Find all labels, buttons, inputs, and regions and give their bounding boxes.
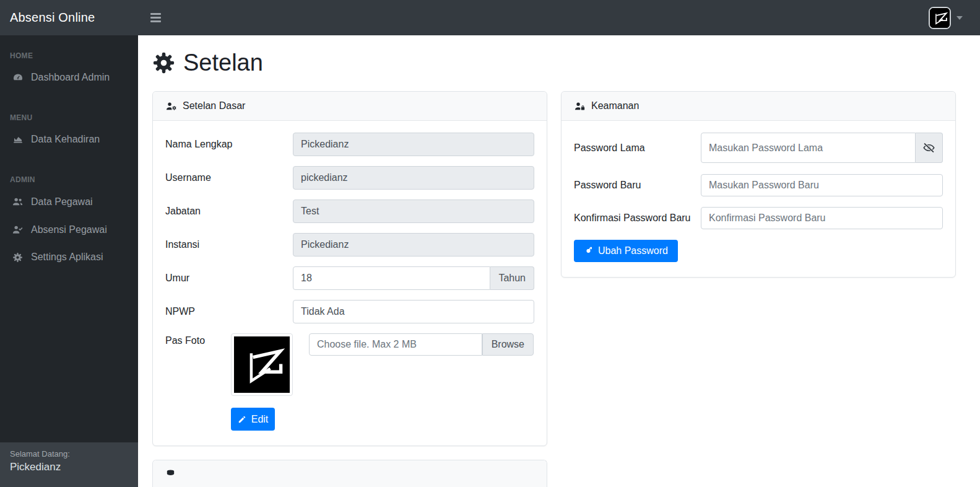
field-row-nama-lengkap: Nama Lengkap: [165, 133, 534, 156]
basic-settings-card: Setelan Dasar Nama Lengkap Username Jaba…: [152, 91, 547, 446]
field-row-jabatan: Jabatan: [165, 200, 534, 223]
instansi-field[interactable]: [293, 233, 534, 257]
field-label: Nama Lengkap: [165, 139, 293, 150]
sidebar-item-label: Settings Aplikasi: [31, 252, 103, 263]
caret-down-icon[interactable]: [956, 16, 963, 20]
sidebar: HOME Dashboard Admin MENU Data Kehadiran…: [0, 35, 138, 487]
sidebar-item-data-kehadiran[interactable]: Data Kehadiran: [0, 126, 138, 153]
password-lama-field[interactable]: [701, 133, 916, 163]
field-label: Pas Foto: [165, 333, 231, 346]
field-row-password-lama: Password Lama: [574, 133, 943, 163]
basic-settings-card-header: Setelan Dasar: [153, 92, 547, 121]
field-label: NPWP: [165, 306, 293, 317]
database-icon: [165, 469, 176, 480]
main-content: Setelan: [138, 35, 980, 487]
welcome-label: Selamat Datang:: [10, 449, 128, 458]
sidebar-footer: Selamat Datang: Pickedianz: [0, 442, 138, 487]
bars-icon: [150, 20, 161, 22]
user-check-icon: [10, 224, 25, 235]
logo-image: [234, 336, 290, 393]
field-label: Konfirmasi Password Baru: [574, 213, 701, 224]
tachometer-icon: [10, 72, 25, 83]
umur-field[interactable]: [293, 266, 490, 290]
sidebar-item-label: Data Pegawai: [31, 196, 93, 208]
sidebar-section-home: HOME: [0, 35, 138, 64]
submit-button-label: Ubah Password: [598, 245, 668, 257]
card-title: Keamanan: [591, 100, 639, 112]
jabatan-field[interactable]: [293, 200, 534, 223]
sidebar-item-dashboard-admin[interactable]: Dashboard Admin: [0, 64, 138, 91]
sidebar-item-label: Data Kehadiran: [31, 134, 100, 145]
pencil-icon: [238, 415, 246, 424]
page-header: Setelan: [152, 50, 966, 76]
file-upload-group: Choose file. Max 2 MB Browse: [309, 333, 534, 356]
navbar-user-menu[interactable]: [929, 7, 980, 29]
edit-photo-button[interactable]: Edit: [231, 408, 275, 431]
sidebar-toggle-button[interactable]: [144, 8, 167, 27]
sidebar-item-data-pegawai[interactable]: Data Pegawai: [0, 188, 138, 216]
sidebar-item-label: Dashboard Admin: [31, 72, 110, 83]
field-row-pas-foto: Pas Foto: [165, 333, 534, 431]
ubah-password-button[interactable]: Ubah Password: [574, 240, 678, 262]
user-avatar[interactable]: [929, 7, 951, 29]
password-baru-field[interactable]: [701, 174, 943, 196]
sidebar-item-settings-aplikasi[interactable]: Settings Aplikasi: [0, 244, 138, 271]
field-row-konfirmasi-password: Konfirmasi Password Baru: [574, 207, 943, 229]
partial-card-header: [153, 460, 547, 487]
field-row-instansi: Instansi: [165, 233, 534, 257]
partial-card: [152, 460, 547, 487]
key-icon: [584, 247, 593, 256]
security-card: Keamanan Password Lama: [561, 91, 956, 278]
field-row-umur: Umur Tahun: [165, 266, 534, 290]
users-icon: [10, 196, 25, 208]
sidebar-section-menu: MENU: [0, 107, 138, 126]
user-lock-icon: [574, 101, 586, 112]
sidebar-item-label: Absensi Pegawai: [31, 224, 107, 235]
page-title: Setelan: [183, 50, 263, 76]
field-label: Umur: [165, 273, 293, 284]
card-title: Setelan Dasar: [183, 100, 245, 112]
npwp-field[interactable]: [293, 300, 534, 323]
bars-icon: [150, 13, 161, 15]
welcome-username: Pickedianz: [10, 461, 128, 473]
edit-button-label: Edit: [251, 414, 269, 425]
field-label: Username: [165, 172, 293, 183]
toggle-password-visibility-button[interactable]: [916, 133, 943, 163]
app-brand[interactable]: Absensi Online: [0, 11, 138, 25]
cog-icon: [152, 51, 175, 74]
cog-icon: [10, 252, 25, 263]
field-label: Instansi: [165, 239, 293, 250]
username-field[interactable]: [293, 166, 534, 190]
pas-foto-thumbnail: [231, 333, 293, 396]
umur-unit-addon: Tahun: [490, 266, 534, 290]
chart-area-icon: [10, 134, 25, 145]
top-navbar: Absensi Online: [0, 0, 980, 35]
nama-lengkap-field[interactable]: [293, 133, 534, 156]
konfirmasi-password-field[interactable]: [701, 207, 943, 229]
logo-image: [930, 8, 950, 28]
sidebar-item-absensi-pegawai[interactable]: Absensi Pegawai: [0, 216, 138, 244]
field-row-username: Username: [165, 166, 534, 190]
sidebar-section-admin: ADMIN: [0, 169, 138, 188]
file-input[interactable]: Choose file. Max 2 MB: [309, 333, 482, 356]
field-label: Password Baru: [574, 180, 701, 191]
eye-slash-icon: [922, 141, 935, 154]
field-label: Password Lama: [574, 143, 701, 154]
bars-icon: [150, 17, 161, 19]
field-label: Jabatan: [165, 206, 293, 217]
field-row-npwp: NPWP: [165, 300, 534, 323]
browse-button[interactable]: Browse: [482, 333, 534, 356]
field-row-password-baru: Password Baru: [574, 174, 943, 196]
security-card-header: Keamanan: [562, 92, 955, 121]
user-cog-icon: [165, 101, 177, 112]
